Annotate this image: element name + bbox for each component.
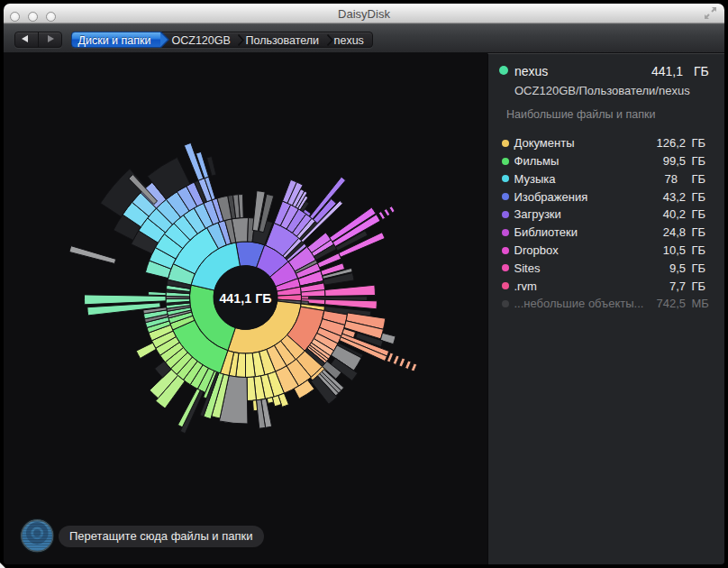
svg-text:441,1 ГБ: 441,1 ГБ — [219, 291, 271, 306]
